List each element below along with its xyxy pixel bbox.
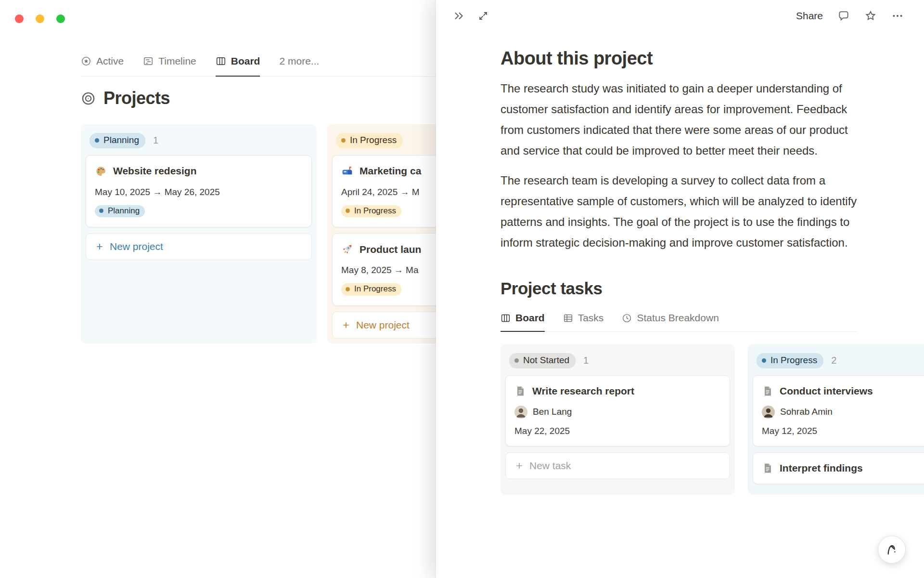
document-icon <box>762 462 773 474</box>
tasks-board: Not Started 1 Write research report <box>500 344 924 495</box>
view-tabs: Active Timeline Board 2 more... <box>81 47 436 77</box>
column-header: In Progress 2 <box>753 349 924 375</box>
tab-label: Board <box>231 55 260 67</box>
ai-assistant-button[interactable] <box>878 536 906 564</box>
board-icon <box>216 56 226 66</box>
column-count: 1 <box>583 355 589 366</box>
ellipsis-icon <box>891 10 904 22</box>
plus-icon <box>514 461 524 471</box>
status-dot <box>346 287 350 291</box>
peek-content: About this project The research study wa… <box>500 48 858 495</box>
new-project-label: New project <box>356 319 410 331</box>
share-button[interactable]: Share <box>796 10 823 22</box>
task-card-write-research-report[interactable]: Write research report Ben Lang May 22, 2… <box>505 375 730 447</box>
window-controls <box>15 14 65 23</box>
card-status-tag: In Progress <box>341 205 401 217</box>
status-dot <box>95 138 99 143</box>
tab-tasks-board[interactable]: Board <box>500 305 545 332</box>
card-dates: May 10, 2025 → May 26, 2025 <box>95 187 303 197</box>
status-label: Not Started <box>523 355 569 366</box>
close-peek-button[interactable] <box>452 10 465 22</box>
tab-tasks-table[interactable]: Tasks <box>563 305 604 332</box>
minimize-window-button[interactable] <box>36 14 44 23</box>
new-task-button[interactable]: New task <box>505 452 730 479</box>
tab-label: Board <box>515 312 545 324</box>
column-header: Not Started 1 <box>505 349 730 375</box>
tab-label: Tasks <box>578 312 604 324</box>
status-label: Planning <box>108 206 140 216</box>
column-count: 1 <box>153 135 158 146</box>
assignee-name: Sohrab Amin <box>780 407 833 417</box>
about-heading: About this project <box>500 48 858 69</box>
status-label: In Progress <box>354 284 396 294</box>
new-project-button[interactable]: New project <box>86 233 312 260</box>
status-pill-not-started[interactable]: Not Started <box>509 353 576 368</box>
tab-label: Active <box>96 55 124 67</box>
tab-board-view[interactable]: Board <box>216 47 260 77</box>
status-label: In Progress <box>350 135 397 146</box>
card-status-tag: Planning <box>95 205 145 217</box>
zoom-window-button[interactable] <box>56 14 65 23</box>
page-title-row: Projects <box>81 88 170 108</box>
status-pill-planning[interactable]: Planning <box>90 133 145 148</box>
column-count: 2 <box>831 355 836 366</box>
status-dot <box>762 358 766 363</box>
expand-diagonal-icon <box>477 10 489 22</box>
double-chevron-right-icon <box>452 10 465 22</box>
comments-button[interactable] <box>837 10 850 22</box>
tasks-view-tabs: Board Tasks Status Breakdown <box>500 305 858 332</box>
card-title: Marketing ca <box>359 165 421 177</box>
tab-timeline-view[interactable]: Timeline <box>143 47 196 77</box>
comment-bubble-icon <box>837 10 850 22</box>
task-date: May 12, 2025 <box>762 426 924 436</box>
board-icon <box>500 313 511 323</box>
status-dot <box>346 209 350 213</box>
card-title: Website redesign <box>113 165 197 177</box>
tab-label: Status Breakdown <box>637 312 719 324</box>
star-circle-icon <box>81 56 91 66</box>
assignee-avatar <box>762 406 775 419</box>
card-status-tag: In Progress <box>341 283 401 295</box>
expand-page-button[interactable] <box>477 10 489 22</box>
card-title: Write research report <box>532 385 634 397</box>
tab-active-view[interactable]: Active <box>81 47 124 77</box>
tab-more-views[interactable]: 2 more... <box>279 47 319 77</box>
clock-icon <box>622 313 632 323</box>
status-label: Planning <box>103 135 139 146</box>
card-title: Conduct interviews <box>780 385 873 397</box>
page-title: Projects <box>103 88 170 108</box>
close-window-button[interactable] <box>15 14 24 23</box>
status-pill-in-progress[interactable]: In Progress <box>757 353 823 368</box>
about-paragraph-1[interactable]: The research study was initiated to gain… <box>500 78 858 161</box>
tab-label: Timeline <box>158 55 196 67</box>
card-title: Interpret findings <box>780 462 863 474</box>
timeline-icon <box>143 56 154 66</box>
assignee-avatar <box>514 406 527 419</box>
tab-status-breakdown[interactable]: Status Breakdown <box>622 305 719 332</box>
status-dot <box>99 209 103 213</box>
target-icon <box>81 91 96 106</box>
mailbox-icon <box>341 165 353 177</box>
new-project-label: New project <box>110 241 163 252</box>
status-dot <box>514 358 519 363</box>
document-icon <box>762 385 773 397</box>
document-icon <box>514 385 526 397</box>
star-icon <box>864 10 877 22</box>
column-header: Planning 1 <box>86 129 312 155</box>
new-task-label: New task <box>529 460 571 472</box>
status-label: In Progress <box>770 355 817 366</box>
about-paragraph-2[interactable]: The research team is developing a survey… <box>500 170 858 253</box>
app-window: Active Timeline Board 2 more... Projects <box>0 0 924 578</box>
board-column-planning: Planning 1 Website redesign May 10, 2025… <box>81 124 317 343</box>
task-card-conduct-interviews[interactable]: Conduct interviews Sohrab Amin May 12, 2… <box>753 375 924 447</box>
status-pill-in-progress[interactable]: In Progress <box>336 133 403 148</box>
tasks-heading: Project tasks <box>500 279 858 298</box>
task-column-not-started: Not Started 1 Write research report <box>500 344 735 495</box>
more-options-button[interactable] <box>891 10 904 22</box>
assignee-name: Ben Lang <box>533 407 572 417</box>
notion-ai-face-icon <box>884 542 899 557</box>
project-card-website-redesign[interactable]: Website redesign May 10, 2025 → May 26, … <box>86 155 312 227</box>
task-card-interpret-findings[interactable]: Interpret findings <box>753 452 924 484</box>
rocket-icon <box>341 243 353 255</box>
favorite-button[interactable] <box>864 10 877 22</box>
